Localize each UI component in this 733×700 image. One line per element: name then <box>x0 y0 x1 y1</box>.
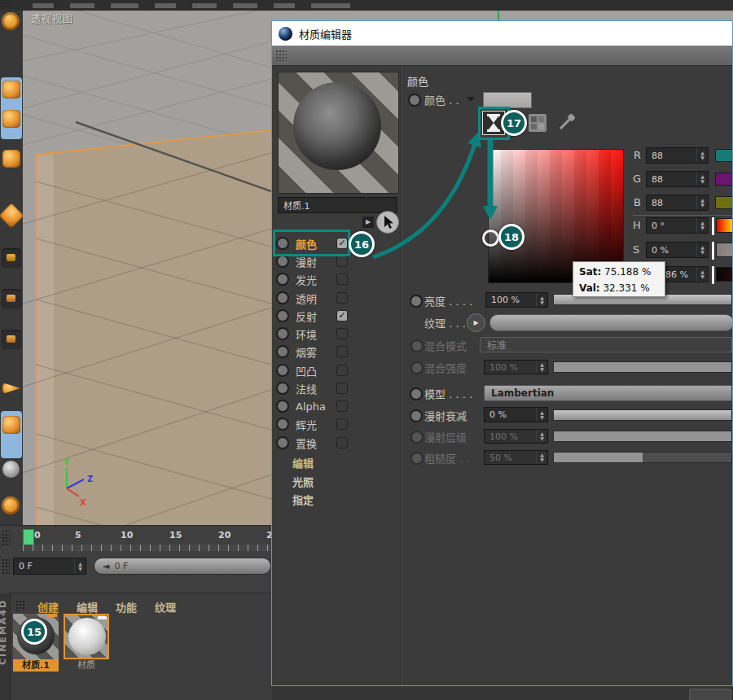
toolbar-jar-icon[interactable] <box>2 416 20 434</box>
matmgr-menu-edit[interactable]: 编辑 <box>77 599 98 615</box>
channel-checkbox[interactable] <box>336 437 348 448</box>
timeline-grip[interactable] <box>2 530 10 546</box>
channel-link-assign[interactable]: 指定 <box>292 492 314 507</box>
r-color-bar[interactable] <box>715 149 733 162</box>
material-thumbnail-2[interactable] <box>64 614 109 659</box>
toolbar-pen-icon[interactable] <box>2 81 20 98</box>
animation-dot[interactable] <box>276 418 289 431</box>
frame-spinner[interactable]: ▲▼ <box>74 558 86 574</box>
toolbar-sphere-icon[interactable] <box>2 461 20 478</box>
r-value-field[interactable]: 88 ▲▼ <box>646 147 709 164</box>
channel-checkbox[interactable] <box>336 383 348 394</box>
eyedropper-icon[interactable] <box>557 112 577 132</box>
v-spinner[interactable]: ▲▼ <box>696 267 708 282</box>
falloff-spinner[interactable]: ▲▼ <box>536 408 547 422</box>
h-slider-handle[interactable] <box>711 217 715 236</box>
animation-dot[interactable] <box>276 291 289 304</box>
menubar-item-placeholder[interactable] <box>274 3 295 8</box>
channel-label[interactable]: Alpha <box>296 400 330 413</box>
menubar-item-placeholder[interactable] <box>192 3 217 8</box>
channel-label[interactable]: 辉光 <box>296 417 330 432</box>
toolbar-record-icon[interactable] <box>2 497 20 514</box>
s-spinner[interactable]: ▲▼ <box>696 243 708 257</box>
v-slider-handle[interactable] <box>711 265 715 285</box>
color-swatch[interactable] <box>483 92 532 108</box>
channel-checkbox[interactable] <box>336 346 348 357</box>
animation-dot[interactable] <box>276 273 289 286</box>
menubar-item-placeholder[interactable] <box>33 3 54 8</box>
h-gradient-bar[interactable] <box>716 218 733 233</box>
animation-dot[interactable] <box>276 436 289 449</box>
channel-label[interactable]: 置换 <box>296 435 330 451</box>
channel-label[interactable]: 烟雾 <box>296 344 330 360</box>
swatches-icon[interactable] <box>529 114 546 132</box>
toolbar-box-icon[interactable] <box>2 110 20 128</box>
channel-checkbox[interactable] <box>336 365 348 376</box>
menubar-item-placeholder[interactable] <box>70 3 94 8</box>
menubar-item-placeholder[interactable] <box>155 3 176 8</box>
slider-arrow-icon[interactable]: ◄ <box>103 561 109 571</box>
matmgr-menu-function[interactable]: 功能 <box>116 599 137 615</box>
s-value-field[interactable]: 0 % ▲▼ <box>646 242 709 258</box>
h-value-field[interactable]: 0 ° ▲▼ <box>646 217 709 234</box>
toolbar-chevron-icon[interactable] <box>2 383 20 394</box>
falloff-field[interactable]: 0 % ▲▼ <box>484 407 548 422</box>
brightness-animation-dot[interactable] <box>410 295 423 308</box>
b-spinner[interactable]: ▲▼ <box>696 195 708 210</box>
channel-label[interactable]: 环境 <box>296 326 330 342</box>
channel-checkbox[interactable] <box>336 310 348 322</box>
channel-row-alpha[interactable]: Alpha <box>276 398 374 414</box>
picker-position-marker[interactable] <box>482 230 499 247</box>
channel-label[interactable]: 发光 <box>296 272 330 287</box>
g-color-bar[interactable] <box>715 173 733 186</box>
channel-label[interactable]: 法线 <box>296 381 330 396</box>
perspective-viewport[interactable]: Y Z X 透视视图 <box>23 11 271 525</box>
timeline-playhead[interactable] <box>23 529 34 545</box>
model-dropdown[interactable]: Lambertian <box>484 385 732 401</box>
cursor-tool-icon[interactable] <box>376 211 399 234</box>
bottom-tab-fragment[interactable] <box>689 689 731 700</box>
channel-row-environment[interactable]: 环境 <box>276 326 374 342</box>
channel-checkbox[interactable] <box>336 400 348 412</box>
animation-dot[interactable] <box>276 327 289 340</box>
material-preview[interactable] <box>278 72 399 194</box>
channel-checkbox[interactable] <box>336 418 348 430</box>
menubar-item-placeholder[interactable] <box>311 3 350 8</box>
animation-dot[interactable] <box>276 400 289 413</box>
material-name-field[interactable]: 材质.1 <box>278 197 397 213</box>
menubar-item-placeholder[interactable] <box>111 3 138 8</box>
animation-dot[interactable] <box>276 345 289 358</box>
timeline-ruler[interactable] <box>23 545 271 551</box>
matmgr-menu-texture[interactable]: 纹理 <box>155 599 176 615</box>
channel-link-illumination[interactable]: 光照 <box>292 474 314 489</box>
animation-dot[interactable] <box>276 382 289 395</box>
g-value-field[interactable]: 88 ▲▼ <box>646 171 709 187</box>
brightness-spinner[interactable]: ▲▼ <box>536 293 547 307</box>
v-gradient-bar[interactable] <box>716 267 733 282</box>
channel-row-glow[interactable]: 辉光 <box>276 416 374 432</box>
falloff-animation-dot[interactable] <box>410 409 423 422</box>
b-color-bar[interactable] <box>715 196 733 209</box>
chevron-down-icon[interactable] <box>467 97 475 102</box>
matmgr-menu-create[interactable]: 创建 <box>37 599 59 615</box>
channel-checkbox[interactable] <box>336 273 348 285</box>
falloff-slider[interactable] <box>553 409 732 421</box>
r-spinner[interactable]: ▲▼ <box>696 148 708 163</box>
channel-label[interactable]: 凹凸 <box>296 363 330 378</box>
channel-link-edit[interactable]: 编辑 <box>292 455 314 470</box>
dialog-titlebar[interactable]: 材质编辑器 <box>272 21 733 46</box>
channel-row-normal[interactable]: 法线 <box>276 380 374 396</box>
s-slider-handle[interactable] <box>711 241 715 260</box>
frame-number-field[interactable]: 0 F ▲▼ <box>13 558 86 575</box>
animation-dot[interactable] <box>276 309 289 322</box>
g-spinner[interactable]: ▲▼ <box>696 172 708 186</box>
preview-expand-button[interactable]: ▶ <box>362 217 374 228</box>
channel-row-displacement[interactable]: 置换 <box>276 435 374 451</box>
texture-expand-button[interactable]: ▶ <box>467 313 485 332</box>
frame-slider[interactable]: ◄ 0 F <box>94 558 271 575</box>
toolbar-edit-icon[interactable] <box>2 150 20 168</box>
menubar-item-placeholder[interactable] <box>233 3 257 8</box>
brightness-field[interactable]: 100 % ▲▼ <box>485 292 548 308</box>
channel-label[interactable]: 透明 <box>296 291 330 306</box>
s-gradient-bar[interactable] <box>716 243 733 257</box>
